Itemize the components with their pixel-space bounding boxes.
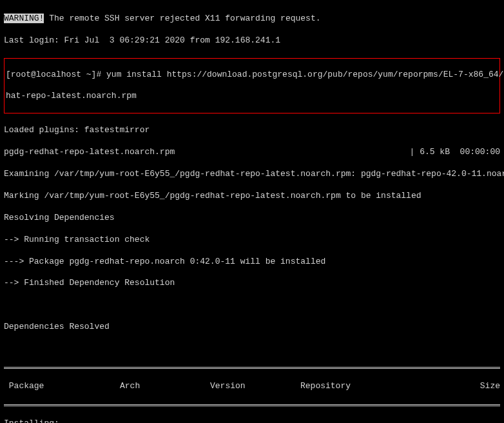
command-text-1: yum install https://download.postgresql.… xyxy=(106,70,504,79)
prompt: [root@localhost ~]# xyxy=(6,70,106,79)
warning-line: WARNING! The remote SSH server rejected … xyxy=(4,14,500,25)
terminal-output: WARNING! The remote SSH server rejected … xyxy=(0,0,504,423)
examining-line: Examining /var/tmp/yum-root-E6y55_/pgdg-… xyxy=(4,169,500,180)
loaded-plugins: Loaded plugins: fastestmirror xyxy=(4,125,500,136)
col-version: Version xyxy=(210,381,300,392)
table-header-rule xyxy=(4,404,500,406)
highlighted-command: [root@localhost ~]# yum install https://… xyxy=(4,58,500,114)
table-top-rule xyxy=(4,367,500,369)
installing-header: Installing: xyxy=(4,418,500,423)
col-arch: Arch xyxy=(120,381,210,392)
col-size: Size xyxy=(468,381,500,392)
marking-line: Marking /var/tmp/yum-root-E6y55_/pgdg-re… xyxy=(4,191,500,202)
col-package: Package xyxy=(4,381,120,392)
rpm-download: pgdg-redhat-repo-latest.noarch.rpm| 6.5 … xyxy=(4,147,500,158)
col-repository: Repository xyxy=(300,381,468,392)
command-text-2: hat-repo-latest.noarch.rpm xyxy=(6,91,498,102)
warning-text: The remote SSH server rejected X11 forwa… xyxy=(44,14,320,23)
pkg-install-line: ---> Package pgdg-redhat-repo.noarch 0:4… xyxy=(4,257,500,268)
resolving-line: Resolving Dependencies xyxy=(4,213,500,224)
last-login: Last login: Fri Jul 3 06:29:21 2020 from… xyxy=(4,35,500,46)
deps-resolved: Dependencies Resolved xyxy=(4,322,500,333)
table-header: Package Arch Version Repository Size xyxy=(4,381,500,392)
warning-label: WARNING! xyxy=(4,14,44,23)
check-line: --> Running transaction check xyxy=(4,235,500,246)
finished-line: --> Finished Dependency Resolution xyxy=(4,278,500,289)
